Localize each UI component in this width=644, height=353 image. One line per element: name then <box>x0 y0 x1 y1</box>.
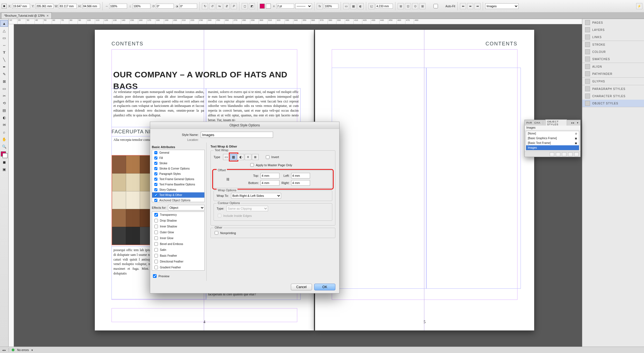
rectangle-frame-tool[interactable]: ⊠ <box>0 78 8 85</box>
select-container-button[interactable]: ◻ <box>242 3 248 9</box>
panel-delete-icon[interactable] <box>574 152 579 156</box>
pencil-tool[interactable]: ✎ <box>0 71 8 77</box>
dock-links[interactable]: LINKS <box>582 33 644 41</box>
fx-drop-shadow[interactable]: Drop Shadow <box>152 218 204 224</box>
panel-options-icon[interactable]: ▾ <box>577 121 579 124</box>
eyedropper-tool[interactable]: ⌕ <box>0 129 8 135</box>
fit-prop-button[interactable]: ⊠ <box>419 3 425 9</box>
effects-for-select[interactable]: Object <box>168 205 205 210</box>
corner-options-button[interactable]: ◱ <box>368 3 375 9</box>
preflight-status-text[interactable]: No errors <box>17 349 29 352</box>
dock-paragraph-styles[interactable]: PARAGRAPH STYLES <box>582 85 644 92</box>
dock-pages[interactable]: PAGES <box>582 19 644 26</box>
panel-new-group-icon[interactable] <box>562 152 566 156</box>
dock-align[interactable]: ALIGN <box>582 63 644 70</box>
wrap-to-select[interactable]: Both Right & Left Sides <box>231 193 281 198</box>
invert-checkbox[interactable]: Invert <box>265 155 279 160</box>
zoom-arrow-icon[interactable]: ◂ ▸ <box>2 349 6 352</box>
height-input[interactable] <box>82 4 100 9</box>
fx-button[interactable]: fx <box>317 3 323 9</box>
select-content-button[interactable]: ◩ <box>249 3 255 9</box>
view-mode-button[interactable]: ▣ <box>0 166 8 173</box>
fx-bevel-and-emboss[interactable]: Bevel and Emboss <box>152 241 204 247</box>
fill-swatch[interactable] <box>260 4 265 9</box>
rotate-cw-button[interactable]: ↻ <box>202 3 208 9</box>
text-column-1b[interactable]: maximi, solorro et exerro qui si te nimi… <box>206 88 301 127</box>
rotate-ccw-button[interactable]: ↺ <box>209 3 215 9</box>
shear-input[interactable] <box>179 4 197 9</box>
scissors-tool[interactable]: ✂ <box>0 92 8 99</box>
transform-p-button[interactable]: P <box>231 3 237 9</box>
hand-tool[interactable]: ✋ <box>0 136 8 143</box>
stroke-weight-input[interactable] <box>276 4 294 9</box>
objstyle--basic-text-frame-[interactable]: [Basic Text Frame]▣ <box>526 141 579 145</box>
scale-x-input[interactable] <box>109 4 127 9</box>
fx-gradient-feather[interactable]: Gradient Feather <box>152 264 204 270</box>
attr-story-options[interactable]: Story Options <box>152 187 204 192</box>
attr-general[interactable]: General <box>152 150 204 155</box>
align-left-button[interactable]: ⬅ <box>460 3 466 9</box>
nonprinting-checkbox[interactable]: Nonprinting <box>214 230 332 236</box>
gap-tool[interactable]: ↔ <box>0 42 8 48</box>
document-tab[interactable]: *Brochure_Tutorial.indd @ 129% ✕ <box>1 13 52 19</box>
dock-character-styles[interactable]: CHARACTER STYLES <box>582 92 644 100</box>
image-frame-shoes[interactable] <box>112 155 154 245</box>
wrap-jump-icon[interactable]: ≡ <box>245 154 251 160</box>
page-right[interactable]: CONTENTS 5 <box>315 30 534 330</box>
corner-radius-input[interactable] <box>376 4 393 9</box>
line-tool[interactable]: ╲ <box>0 56 8 63</box>
attr-anchored-object-options[interactable]: Anchored Object Options <box>152 198 204 202</box>
attr-stroke-corner-options[interactable]: Stroke & Corner Options <box>152 166 204 171</box>
preview-checkbox[interactable]: Preview <box>152 273 205 279</box>
offset-right-input[interactable] <box>291 180 310 186</box>
stroke-swatch[interactable] <box>266 4 271 9</box>
rectangle-tool[interactable]: ▭ <box>0 85 8 92</box>
panel-apply-icon[interactable] <box>556 152 560 156</box>
fit-content-button[interactable]: ⊞ <box>398 3 404 9</box>
wrap-jump-next-icon[interactable]: ≣ <box>252 154 259 160</box>
center-content-button[interactable]: ⊙ <box>412 3 418 9</box>
panel-clear-icon[interactable] <box>550 152 554 156</box>
selection-tool[interactable]: ▲ <box>0 20 8 27</box>
dock-colour[interactable]: COLOUR <box>582 48 644 55</box>
gradient-feather-tool[interactable]: ◐ <box>0 114 8 121</box>
stroke-style-select[interactable]: ──── <box>295 3 312 9</box>
align-right-button[interactable]: ➡ <box>474 3 480 9</box>
wrap-object-shape-icon[interactable]: ◐ <box>237 154 244 160</box>
panel-tab-par[interactable]: PAR <box>526 121 532 124</box>
rotation-input[interactable] <box>156 4 174 9</box>
align-center-button[interactable]: ⬌ <box>467 3 473 9</box>
fit-frame-button[interactable]: ⊡ <box>405 3 411 9</box>
attr-fill[interactable]: Fill <box>152 155 204 161</box>
y-position-input[interactable] <box>36 4 53 9</box>
wrap-none-icon[interactable]: ▭ <box>223 154 230 160</box>
offset-left-input[interactable] <box>291 173 310 178</box>
basic-attributes-list[interactable]: GeneralFillStrokeStroke & Corner Options… <box>152 150 205 202</box>
apply-color-button[interactable]: ◼ <box>0 159 8 165</box>
panel-tab-object-styles[interactable]: OBJECT STYLES <box>545 119 567 126</box>
style-name-input[interactable] <box>201 132 273 138</box>
effects-list[interactable]: TransparencyDrop ShadowInner ShadowOuter… <box>152 212 205 271</box>
text-column-1a[interactable]: At velestiatur reped quam nonsequodi sap… <box>112 88 206 127</box>
width-input[interactable] <box>59 4 77 9</box>
type-tool[interactable]: T <box>0 49 8 56</box>
fx-inner-glow[interactable]: Inner Glow <box>152 235 204 241</box>
dock-glyphs[interactable]: GLYPHS <box>582 78 644 85</box>
close-tab-icon[interactable]: ✕ <box>46 14 49 17</box>
quick-apply-button[interactable]: ⚡ <box>636 3 642 9</box>
cancel-button[interactable]: Cancel <box>291 284 312 290</box>
pasteboard[interactable]: CONTENTS OUR COMPANY – A WORLD OF HATS A… <box>9 24 582 347</box>
panel-menu-icon[interactable]: ▸▸ <box>571 121 575 124</box>
fx-satin[interactable]: Satin <box>152 247 204 253</box>
scale-y-input[interactable] <box>133 4 150 9</box>
master-only-checkbox[interactable]: Apply to Master Page Only <box>249 162 332 168</box>
panel-new-icon[interactable] <box>568 152 573 156</box>
free-transform-tool[interactable]: ⟲ <box>0 100 8 106</box>
objstyle--basic-graphics-frame-[interactable]: [Basic Graphics Frame]▣ <box>526 136 579 141</box>
fx-outer-glow[interactable]: Outer Glow <box>152 229 204 235</box>
attr-text-frame-general-options[interactable]: Text Frame General Options <box>152 176 204 182</box>
textwrap-bound-button[interactable]: ▦ <box>350 3 356 9</box>
dock-stroke[interactable]: STROKE <box>582 41 644 48</box>
object-style-select[interactable]: Images <box>485 3 519 9</box>
zoom-tool[interactable]: 🔍 <box>0 143 8 150</box>
